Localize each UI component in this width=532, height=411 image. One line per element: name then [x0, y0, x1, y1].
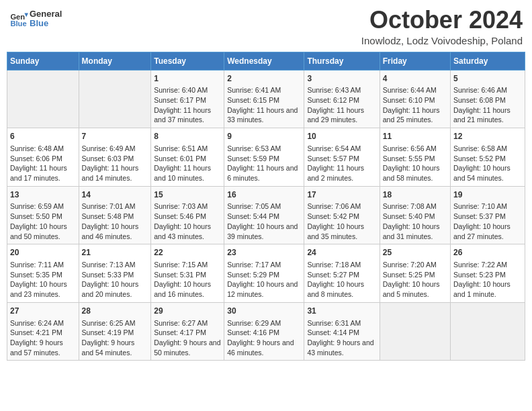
day-number: 3: [307, 73, 376, 85]
title-block: October 2024 Inowlodz, Lodz Voivodeship,…: [361, 7, 523, 46]
day-info: Sunrise: 7:20 AMSunset: 5:25 PMDaylight:…: [383, 260, 447, 300]
day-info: Sunrise: 6:51 AMSunset: 6:01 PMDaylight:…: [154, 144, 221, 183]
day-info: Sunrise: 6:54 AMSunset: 5:57 PMDaylight:…: [307, 144, 376, 183]
calendar-week-4: 20Sunrise: 7:11 AMSunset: 5:35 PMDayligh…: [7, 244, 525, 303]
calendar-cell: 13Sunrise: 6:59 AMSunset: 5:50 PMDayligh…: [7, 186, 79, 244]
calendar-cell: 11Sunrise: 6:56 AMSunset: 5:55 PMDayligh…: [380, 128, 450, 187]
day-header-wednesday: Wednesday: [224, 52, 304, 70]
day-info: Sunrise: 6:27 AMSunset: 4:17 PMDaylight:…: [154, 318, 221, 358]
day-number: 30: [227, 306, 301, 317]
page-header: Gen Blue General Blue October 2024 Inowl…: [7, 7, 525, 46]
day-info: Sunrise: 6:24 AMSunset: 4:21 PMDaylight:…: [10, 318, 76, 358]
day-info: Sunrise: 6:48 AMSunset: 6:06 PMDaylight:…: [10, 144, 76, 183]
day-info: Sunrise: 7:08 AMSunset: 5:40 PMDaylight:…: [383, 201, 447, 241]
calendar-cell: 7Sunrise: 6:49 AMSunset: 6:03 PMDaylight…: [79, 128, 151, 187]
calendar-cell: 31Sunrise: 6:31 AMSunset: 4:14 PMDayligh…: [304, 302, 380, 361]
day-info: Sunrise: 7:05 AMSunset: 5:44 PMDaylight:…: [227, 201, 301, 241]
calendar-cell: 1Sunrise: 6:40 AMSunset: 6:17 PMDaylight…: [151, 70, 224, 128]
day-info: Sunrise: 6:49 AMSunset: 6:03 PMDaylight:…: [82, 144, 148, 183]
day-header-sunday: Sunday: [7, 52, 79, 70]
day-info: Sunrise: 6:25 AMSunset: 4:19 PMDaylight:…: [82, 318, 148, 358]
calendar-cell: 28Sunrise: 6:25 AMSunset: 4:19 PMDayligh…: [79, 302, 151, 361]
day-number: 19: [453, 189, 522, 201]
day-info: Sunrise: 6:56 AMSunset: 5:55 PMDaylight:…: [383, 144, 447, 183]
day-number: 4: [383, 73, 447, 85]
calendar-cell: [7, 70, 79, 128]
day-number: 29: [154, 306, 221, 317]
day-number: 23: [227, 247, 301, 259]
day-header-friday: Friday: [380, 52, 450, 70]
calendar-cell: 19Sunrise: 7:10 AMSunset: 5:37 PMDayligh…: [451, 186, 525, 244]
calendar-cell: 10Sunrise: 6:54 AMSunset: 5:57 PMDayligh…: [304, 128, 380, 187]
calendar-cell: [79, 70, 151, 128]
day-number: 26: [453, 247, 522, 259]
calendar-cell: 14Sunrise: 7:01 AMSunset: 5:48 PMDayligh…: [79, 186, 151, 244]
day-info: Sunrise: 7:18 AMSunset: 5:27 PMDaylight:…: [307, 260, 376, 300]
day-number: 15: [154, 189, 221, 201]
day-header-tuesday: Tuesday: [151, 52, 224, 70]
calendar-cell: 21Sunrise: 7:13 AMSunset: 5:33 PMDayligh…: [79, 244, 151, 303]
day-number: 5: [453, 73, 522, 85]
day-number: 21: [82, 247, 148, 259]
svg-marker-2: [24, 13, 28, 17]
day-number: 31: [307, 306, 376, 317]
logo-line1: General: [30, 9, 62, 19]
calendar-cell: 30Sunrise: 6:29 AMSunset: 4:16 PMDayligh…: [224, 302, 304, 361]
location-title: Inowlodz, Lodz Voivodeship, Poland: [361, 35, 523, 46]
logo-icon: Gen Blue: [9, 9, 28, 28]
calendar-cell: 2Sunrise: 6:41 AMSunset: 6:15 PMDaylight…: [224, 70, 304, 128]
day-info: Sunrise: 7:10 AMSunset: 5:37 PMDaylight:…: [453, 201, 522, 241]
day-info: Sunrise: 6:53 AMSunset: 5:59 PMDaylight:…: [227, 144, 301, 183]
day-number: 2: [227, 73, 301, 85]
day-header-saturday: Saturday: [451, 52, 525, 70]
day-number: 6: [10, 131, 76, 142]
day-number: 18: [383, 189, 447, 201]
day-number: 8: [154, 131, 221, 142]
day-number: 13: [10, 189, 76, 201]
calendar-cell: 9Sunrise: 6:53 AMSunset: 5:59 PMDaylight…: [224, 128, 304, 187]
day-info: Sunrise: 6:29 AMSunset: 4:16 PMDaylight:…: [227, 318, 301, 358]
day-number: 12: [453, 131, 522, 142]
calendar-cell: 4Sunrise: 6:44 AMSunset: 6:10 PMDaylight…: [380, 70, 450, 128]
calendar-cell: [380, 302, 450, 361]
day-number: 14: [82, 189, 148, 201]
calendar-cell: 27Sunrise: 6:24 AMSunset: 4:21 PMDayligh…: [7, 302, 79, 361]
day-info: Sunrise: 6:40 AMSunset: 6:17 PMDaylight:…: [154, 85, 221, 125]
day-info: Sunrise: 7:03 AMSunset: 5:46 PMDaylight:…: [154, 201, 221, 241]
day-info: Sunrise: 6:58 AMSunset: 5:52 PMDaylight:…: [453, 144, 522, 183]
day-info: Sunrise: 7:13 AMSunset: 5:33 PMDaylight:…: [82, 260, 148, 300]
calendar-cell: 22Sunrise: 7:15 AMSunset: 5:31 PMDayligh…: [151, 244, 224, 303]
day-header-thursday: Thursday: [304, 52, 380, 70]
day-number: 16: [227, 189, 301, 201]
calendar-cell: 5Sunrise: 6:46 AMSunset: 6:08 PMDaylight…: [451, 70, 525, 128]
calendar-week-3: 13Sunrise: 6:59 AMSunset: 5:50 PMDayligh…: [7, 186, 525, 244]
calendar-cell: 24Sunrise: 7:18 AMSunset: 5:27 PMDayligh…: [304, 244, 380, 303]
day-info: Sunrise: 6:41 AMSunset: 6:15 PMDaylight:…: [227, 85, 301, 125]
day-info: Sunrise: 6:31 AMSunset: 4:14 PMDaylight:…: [307, 318, 376, 358]
calendar-cell: 20Sunrise: 7:11 AMSunset: 5:35 PMDayligh…: [7, 244, 79, 303]
day-number: 17: [307, 189, 376, 201]
calendar-week-2: 6Sunrise: 6:48 AMSunset: 6:06 PMDaylight…: [7, 128, 525, 187]
calendar-cell: 16Sunrise: 7:05 AMSunset: 5:44 PMDayligh…: [224, 186, 304, 244]
day-number: 24: [307, 247, 376, 259]
calendar-cell: 25Sunrise: 7:20 AMSunset: 5:25 PMDayligh…: [380, 244, 450, 303]
calendar-header-row: SundayMondayTuesdayWednesdayThursdayFrid…: [7, 52, 525, 70]
day-info: Sunrise: 6:59 AMSunset: 5:50 PMDaylight:…: [10, 201, 76, 241]
calendar-cell: 12Sunrise: 6:58 AMSunset: 5:52 PMDayligh…: [451, 128, 525, 187]
calendar-cell: 23Sunrise: 7:17 AMSunset: 5:29 PMDayligh…: [224, 244, 304, 303]
day-info: Sunrise: 7:22 AMSunset: 5:23 PMDaylight:…: [453, 260, 522, 300]
day-number: 22: [154, 247, 221, 259]
calendar-cell: 17Sunrise: 7:06 AMSunset: 5:42 PMDayligh…: [304, 186, 380, 244]
calendar-table: SundayMondayTuesdayWednesdayThursdayFrid…: [7, 52, 525, 361]
calendar-week-5: 27Sunrise: 6:24 AMSunset: 4:21 PMDayligh…: [7, 302, 525, 361]
day-number: 1: [154, 73, 221, 85]
day-info: Sunrise: 7:15 AMSunset: 5:31 PMDaylight:…: [154, 260, 221, 300]
day-info: Sunrise: 7:17 AMSunset: 5:29 PMDaylight:…: [227, 260, 301, 300]
day-number: 11: [383, 131, 447, 142]
calendar-body: 1Sunrise: 6:40 AMSunset: 6:17 PMDaylight…: [7, 70, 525, 361]
logo-line2: Blue: [30, 19, 62, 28]
day-info: Sunrise: 6:43 AMSunset: 6:12 PMDaylight:…: [307, 85, 376, 125]
day-number: 28: [82, 306, 148, 317]
calendar-cell: 29Sunrise: 6:27 AMSunset: 4:17 PMDayligh…: [151, 302, 224, 361]
day-number: 10: [307, 131, 376, 142]
